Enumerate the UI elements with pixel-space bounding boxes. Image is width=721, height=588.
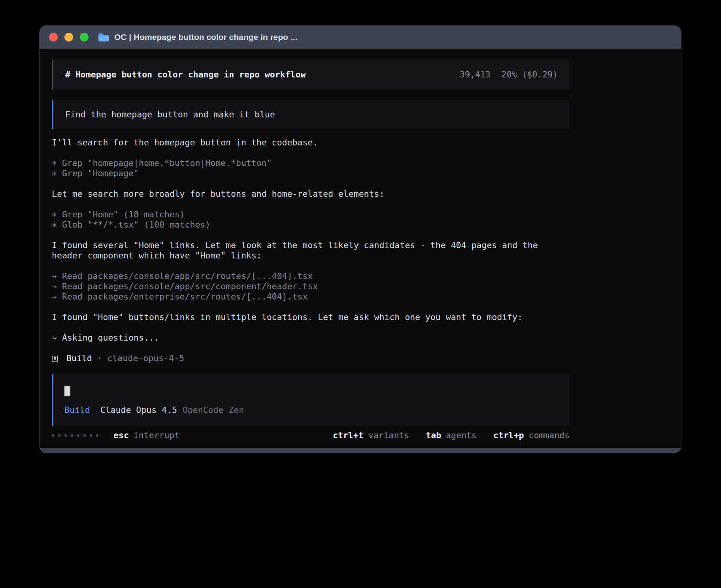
agents-label: agents (446, 430, 477, 441)
conversation: I'll search for the homepage button in t… (52, 138, 570, 364)
esc-label: interrupt (134, 430, 180, 441)
commands-key: ctrl+p (493, 430, 524, 441)
session-header: # Homepage button color change in repo w… (52, 60, 570, 90)
model-label: Claude Opus 4.5 (100, 405, 177, 415)
agent-model: claude-opus-4-5 (108, 353, 184, 364)
session-stats: 39,413 20% ($0.29) (460, 70, 558, 80)
agents-key: tab (426, 430, 441, 441)
commands-label: commands (528, 430, 570, 441)
assistant-text: I found "Home" buttons/links in multiple… (52, 312, 570, 322)
user-message-text: Find the homepage button and make it blu… (65, 109, 275, 119)
tool-call-grep: ∗ Grep "Homepage" (52, 168, 570, 179)
context-cost: 20% ($0.29) (502, 70, 558, 80)
traffic-lights (49, 33, 89, 41)
status-line: ~ Asking questions... (52, 333, 570, 343)
close-button[interactable] (49, 33, 58, 41)
variants-label: variants (368, 430, 410, 441)
folder-icon (98, 33, 109, 41)
tool-call-read: → Read packages/enterprise/src/routes/[.… (52, 292, 570, 302)
tool-call-read: → Read packages/console/app/src/routes/[… (52, 271, 570, 281)
token-count: 39,413 (460, 70, 491, 80)
window-bottom-edge (40, 448, 681, 453)
user-message: Find the homepage button and make it blu… (52, 100, 570, 129)
assistant-text: I'll search for the homepage button in t… (52, 138, 570, 148)
titlebar[interactable]: OC | Homepage button color change in rep… (40, 26, 681, 49)
prompt-input[interactable]: Build Claude Opus 4.5 OpenCode Zen (52, 374, 570, 426)
hint-commands: ctrl+p commands (493, 430, 570, 441)
assistant-text: I found several "Home" links. Let me loo… (52, 240, 570, 261)
minimize-button[interactable] (64, 33, 73, 41)
agent-name: Build (66, 353, 92, 364)
hint-variants: ctrl+t variants (333, 430, 409, 441)
variants-key: ctrl+t (333, 430, 364, 441)
hint-interrupt: esc interrupt (113, 430, 179, 441)
input-meta: Build Claude Opus 4.5 OpenCode Zen (64, 405, 559, 415)
assistant-text: Let me search more broadly for buttons a… (52, 189, 570, 199)
tool-call-glob: ∗ Glob "**/*.tsx" (100 matches) (52, 220, 570, 230)
provider-label: OpenCode Zen (183, 405, 244, 415)
status-bar: esc interrupt ctrl+t variants tab agents… (52, 430, 570, 441)
esc-key: esc (113, 430, 129, 441)
terminal-window: OC | Homepage button color change in rep… (39, 25, 681, 453)
zoom-button[interactable] (80, 33, 89, 41)
agent-icon (52, 356, 58, 362)
agent-line: Build · claude-opus-4-5 (52, 353, 570, 364)
tool-call-grep: ∗ Grep "Home" (18 matches) (52, 209, 570, 220)
separator-dot: · (97, 353, 102, 364)
window-title: OC | Homepage button color change in rep… (114, 32, 297, 42)
tool-call-grep: ∗ Grep "homepage|home.*button|Home.*butt… (52, 158, 570, 168)
text-cursor (64, 386, 70, 396)
mode-label: Build (64, 405, 90, 415)
spinner-dots (52, 434, 98, 437)
session-title: # Homepage button color change in repo w… (65, 70, 306, 80)
tool-call-read: → Read packages/console/app/src/componen… (52, 281, 570, 292)
hint-agents: tab agents (426, 430, 477, 441)
